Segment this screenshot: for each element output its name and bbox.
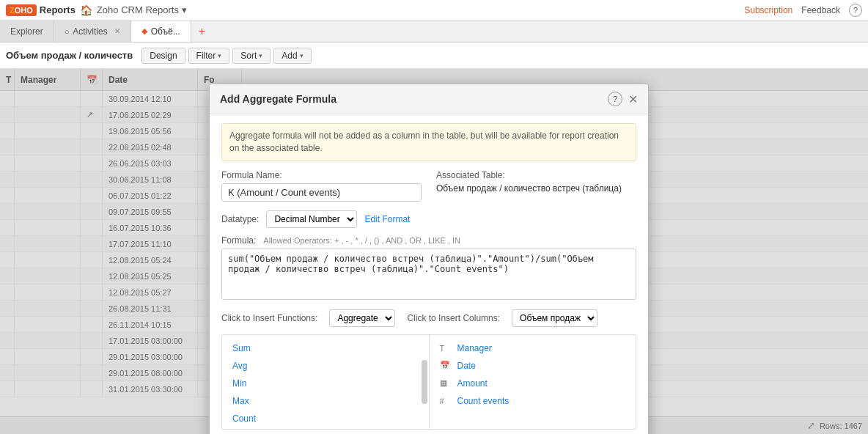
dialog-title: Add Aggregate Formula bbox=[220, 93, 608, 105]
col-amount-icon: ▦ bbox=[440, 378, 452, 388]
formula-row: Formula: Allowed Operators: + , - , * , … bbox=[221, 235, 636, 302]
sort-caret-icon: ▾ bbox=[259, 52, 262, 59]
tab-obem-icon: ◆ bbox=[141, 26, 147, 36]
formula-name-field: Formula Name: bbox=[221, 170, 422, 202]
filter-button[interactable]: Filter ▾ bbox=[188, 48, 230, 64]
toolbar: Объем продаж / количеств Design Filter ▾… bbox=[0, 43, 868, 69]
dialog-header: Add Aggregate Formula ? ✕ bbox=[210, 84, 648, 114]
tab-activities[interactable]: ○ Activities ✕ bbox=[54, 21, 131, 42]
associated-table-value: Объем продаж / количество встреч (таблиц… bbox=[436, 183, 636, 194]
feedback-link[interactable]: Feedback bbox=[801, 5, 840, 15]
dialog-help-icon[interactable]: ? bbox=[608, 92, 622, 106]
columns-panel: T Manager 📅 Date ▦ Amount # Count events bbox=[430, 335, 636, 429]
datatype-select[interactable]: Decimal Number Integer Text Date bbox=[266, 210, 357, 228]
insert-row: Click to Insert Functions: Aggregate Cli… bbox=[221, 309, 636, 327]
filter-caret-icon: ▾ bbox=[218, 52, 221, 59]
formula-name-input[interactable] bbox=[221, 183, 422, 202]
sort-button[interactable]: Sort ▾ bbox=[232, 48, 271, 64]
tab-activities-icon: ○ bbox=[65, 27, 70, 36]
formula-header: Formula: Allowed Operators: + , - , * , … bbox=[221, 235, 636, 246]
functions-scrollbar[interactable] bbox=[422, 360, 427, 404]
col-count-events[interactable]: # Count events bbox=[430, 392, 636, 410]
breadcrumb[interactable]: Zoho CRM Reports ▾ bbox=[97, 4, 187, 15]
subscription-link[interactable]: Subscription bbox=[744, 5, 792, 15]
associated-table-field: Associated Table: Объем продаж / количес… bbox=[436, 170, 636, 202]
tab-activities-label: Activities bbox=[73, 26, 107, 37]
add-button[interactable]: Add ▾ bbox=[273, 48, 311, 64]
tab-obem-label: Объё... bbox=[151, 26, 180, 37]
dialog-close-button[interactable]: ✕ bbox=[628, 92, 638, 106]
top-bar-right: Subscription Feedback ? bbox=[744, 4, 862, 17]
top-bar: ZOHO Reports 🏠 Zoho CRM Reports ▾ Subscr… bbox=[0, 0, 868, 21]
dialog-note: Aggregate formula will not be added as a… bbox=[221, 123, 636, 161]
formula-textarea[interactable]: sum("Объем продаж / количество встреч (т… bbox=[221, 249, 636, 300]
func-avg[interactable]: Avg bbox=[222, 357, 429, 375]
formula-name-label: Formula Name: bbox=[221, 170, 422, 180]
col-date-icon: 📅 bbox=[440, 361, 452, 370]
functions-panel: Sum Avg Min Max Count bbox=[222, 335, 430, 429]
col-date-label: Date bbox=[457, 361, 476, 371]
dialog-body: Aggregate formula will not be added as a… bbox=[210, 114, 648, 434]
formula-name-row: Formula Name: Associated Table: Объем пр… bbox=[221, 170, 636, 202]
tab-explorer[interactable]: Explorer bbox=[0, 21, 54, 42]
datatype-row: Datatype: Decimal Number Integer Text Da… bbox=[221, 210, 636, 228]
app-title: Reports bbox=[40, 4, 76, 15]
tabs-bar: Explorer ○ Activities ✕ ◆ Объё... + bbox=[0, 21, 868, 43]
func-min[interactable]: Min bbox=[222, 375, 429, 392]
insert-columns-label: Click to Insert Columns: bbox=[407, 313, 500, 323]
col-manager[interactable]: T Manager bbox=[430, 339, 636, 357]
col-count-label: Count events bbox=[457, 396, 510, 406]
col-manager-label: Manager bbox=[457, 343, 492, 353]
col-amount[interactable]: ▦ Amount bbox=[430, 375, 636, 392]
formula-label: Formula: bbox=[221, 235, 256, 246]
col-date[interactable]: 📅 Date bbox=[430, 357, 636, 375]
func-count[interactable]: Count bbox=[222, 410, 429, 427]
associated-table-label: Associated Table: bbox=[436, 170, 636, 180]
main-content: T Manager 📅 Date Fo 30.09.2014 12:10 ↗17… bbox=[0, 69, 868, 434]
tab-explorer-label: Explorer bbox=[10, 26, 43, 37]
insert-columns-select[interactable]: Объем продаж bbox=[512, 309, 597, 327]
add-aggregate-formula-dialog: Add Aggregate Formula ? ✕ Aggregate form… bbox=[209, 84, 649, 434]
functions-columns-area: Sum Avg Min Max Count T Manager 📅 Date bbox=[221, 334, 636, 430]
tab-obem[interactable]: ◆ Объё... bbox=[131, 21, 191, 42]
col-amount-label: Amount bbox=[457, 378, 488, 389]
operators-text: Allowed Operators: + , - , * , / , () , … bbox=[263, 236, 460, 245]
func-max[interactable]: Max bbox=[222, 392, 429, 410]
design-button[interactable]: Design bbox=[141, 48, 185, 64]
datatype-label: Datatype: bbox=[221, 214, 259, 224]
edit-format-link[interactable]: Edit Format bbox=[364, 214, 410, 224]
zoho-logo: ZOHO bbox=[6, 4, 37, 16]
add-caret-icon: ▾ bbox=[300, 52, 304, 59]
tab-activities-close[interactable]: ✕ bbox=[114, 27, 120, 35]
home-icon[interactable]: 🏠 bbox=[80, 4, 92, 16]
help-icon[interactable]: ? bbox=[849, 4, 862, 17]
col-count-icon: # bbox=[440, 397, 452, 405]
insert-functions-label: Click to Insert Functions: bbox=[221, 313, 317, 323]
func-sum[interactable]: Sum bbox=[222, 339, 429, 357]
new-tab-button[interactable]: + bbox=[191, 21, 213, 42]
report-title: Объем продаж / количеств bbox=[6, 50, 133, 61]
insert-functions-select[interactable]: Aggregate bbox=[329, 309, 395, 327]
col-manager-icon: T bbox=[440, 344, 452, 353]
